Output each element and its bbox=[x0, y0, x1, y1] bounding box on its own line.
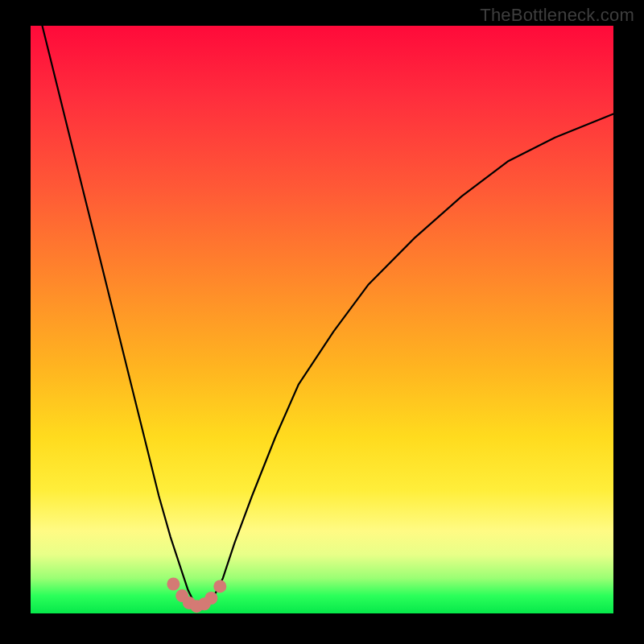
plot-area bbox=[31, 26, 613, 613]
curve-layer bbox=[31, 26, 613, 613]
bottleneck-curve bbox=[43, 26, 614, 608]
chart-frame: TheBottleneck.com bbox=[0, 0, 644, 644]
marker-dot bbox=[204, 592, 217, 605]
watermark-text: TheBottleneck.com bbox=[480, 5, 634, 26]
minimum-markers bbox=[167, 578, 226, 613]
marker-dot bbox=[167, 578, 180, 591]
marker-dot bbox=[213, 580, 226, 592]
